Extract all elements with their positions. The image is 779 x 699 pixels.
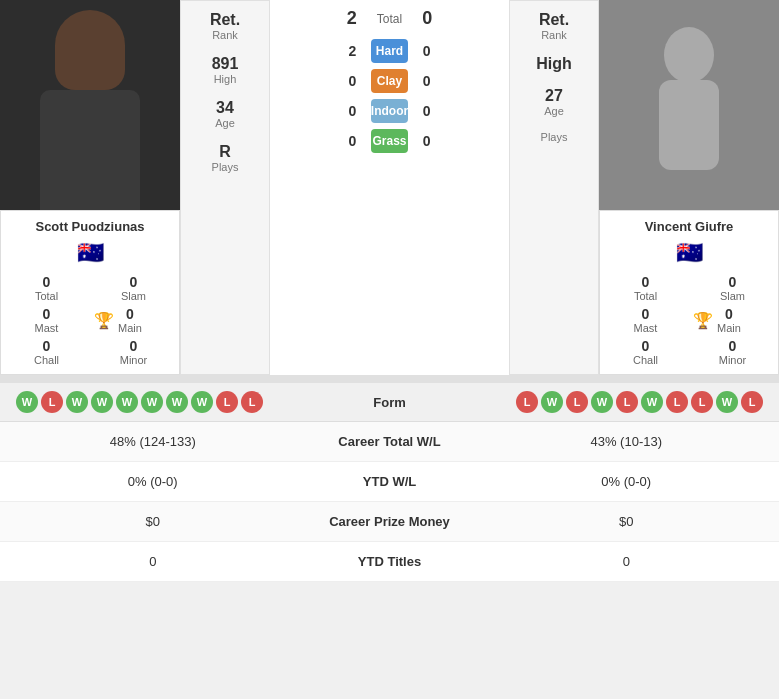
- left-trophy-main-block: 🏆 0 Main: [94, 306, 173, 334]
- right-minor-block: 0 Minor: [693, 338, 772, 366]
- surface-left-val: 0: [340, 73, 365, 89]
- right-high-block: High: [536, 55, 572, 73]
- left-chall-label: Chall: [34, 354, 59, 366]
- right-slam-value: 0: [729, 274, 737, 290]
- left-chall-block: 0 Chall: [7, 338, 86, 366]
- form-badge-right: L: [691, 391, 713, 413]
- left-player-info-panel: Scott Puodziunas 🇦🇺 0 Total 0 Slam 0 Mas…: [0, 210, 180, 375]
- left-slam-block: 0 Slam: [94, 274, 173, 302]
- right-age-block: 27 Age: [544, 87, 564, 117]
- left-slam-value: 0: [130, 274, 138, 290]
- left-chall-value: 0: [43, 338, 51, 354]
- stat-label: YTD W/L: [290, 474, 490, 489]
- left-player-stats: 0 Total 0 Slam 0 Mast 🏆 0: [7, 274, 173, 366]
- stat-left-value: 0% (0-0): [16, 474, 290, 489]
- right-player-silhouette: [649, 25, 729, 185]
- page-container: Scott Puodziunas 🇦🇺 0 Total 0 Slam 0 Mas…: [0, 0, 779, 582]
- left-stat-panel: Ret. Rank 891 High 34 Age R Plays: [180, 0, 270, 375]
- surface-right-val: 0: [414, 73, 439, 89]
- right-mast-block: 0 Mast: [606, 306, 685, 334]
- left-player-image: [0, 0, 180, 210]
- form-badge-left: L: [241, 391, 263, 413]
- form-label: Form: [340, 395, 440, 410]
- right-rank-block: Ret. Rank: [539, 11, 569, 41]
- right-player-stats: 0 Total 0 Slam 0 Mast 🏆 0: [606, 274, 772, 366]
- right-stat-panel: Ret. Rank High 27 Age Plays: [509, 0, 599, 375]
- right-trophy-icon: 🏆: [693, 311, 713, 330]
- surface-badge: Indoor: [371, 99, 408, 123]
- form-bar: WLWWWWWWLL Form LWLWLWLLWL: [0, 383, 779, 422]
- surface-right-val: 0: [414, 43, 439, 59]
- form-badge-left: W: [191, 391, 213, 413]
- left-high-label: High: [212, 73, 239, 85]
- section-divider-1: [0, 375, 779, 383]
- stat-right-value: 0: [490, 554, 764, 569]
- surface-badge: Clay: [371, 69, 408, 93]
- right-slam-label: Slam: [720, 290, 745, 302]
- left-player-side: Scott Puodziunas 🇦🇺 0 Total 0 Slam 0 Mas…: [0, 0, 180, 375]
- player-comparison-top: Scott Puodziunas 🇦🇺 0 Total 0 Slam 0 Mas…: [0, 0, 779, 375]
- form-badge-right: W: [541, 391, 563, 413]
- form-badge-left: W: [16, 391, 38, 413]
- left-age-block: 34 Age: [215, 99, 235, 129]
- left-total-block: 0 Total: [7, 274, 86, 302]
- center-composite: Ret. Rank 891 High 34 Age R Plays: [180, 0, 599, 375]
- surface-badge: Grass: [371, 129, 408, 153]
- right-plays-label: Plays: [541, 131, 568, 143]
- right-slam-block: 0 Slam: [693, 274, 772, 302]
- right-main-block: 0 Main: [717, 306, 741, 334]
- left-minor-block: 0 Minor: [94, 338, 173, 366]
- svg-point-0: [664, 27, 714, 83]
- right-mast-label: Mast: [634, 322, 658, 334]
- right-chall-value: 0: [642, 338, 650, 354]
- form-badge-right: W: [641, 391, 663, 413]
- left-age-label: Age: [215, 117, 235, 129]
- form-badge-left: W: [91, 391, 113, 413]
- form-badge-right: L: [566, 391, 588, 413]
- stats-row: 0% (0-0) YTD W/L 0% (0-0): [0, 462, 779, 502]
- left-main-label: Main: [118, 322, 142, 334]
- total-left-value: 2: [337, 8, 367, 29]
- left-minor-value: 0: [130, 338, 138, 354]
- left-high-value: 891: [212, 55, 239, 73]
- stat-right-value: 0% (0-0): [490, 474, 764, 489]
- svg-rect-1: [659, 80, 719, 170]
- stat-left-value: 0: [16, 554, 290, 569]
- right-chall-block: 0 Chall: [606, 338, 685, 366]
- left-total-label: Total: [35, 290, 58, 302]
- left-player-photo: [0, 0, 180, 210]
- form-badge-left: W: [66, 391, 88, 413]
- stats-row: 48% (124-133) Career Total W/L 43% (10-1…: [0, 422, 779, 462]
- right-rank-value: Ret.: [539, 11, 569, 29]
- left-trophy-icon: 🏆: [94, 311, 114, 330]
- right-age-label: Age: [544, 105, 564, 117]
- left-plays-block: R Plays: [212, 143, 239, 173]
- compare-total-row: 2 Total 0: [337, 8, 442, 29]
- left-player-flag: 🇦🇺: [77, 240, 104, 266]
- stat-label: YTD Titles: [290, 554, 490, 569]
- right-high-value: High: [536, 55, 572, 73]
- left-main-block: 0 Main: [118, 306, 142, 334]
- surface-comparison-rows: 2 Hard 0 0 Clay 0 0 Indoor 0 0 Grass 0: [340, 39, 439, 159]
- stats-table: 48% (124-133) Career Total W/L 43% (10-1…: [0, 422, 779, 582]
- right-player-info-panel: Vincent Giufre 🇦🇺 0 Total 0 Slam 0 Mast: [599, 210, 779, 375]
- surface-row-clay: 0 Clay 0: [340, 69, 439, 93]
- form-badge-left: L: [41, 391, 63, 413]
- left-player-name: Scott Puodziunas: [35, 219, 144, 234]
- form-badge-left: W: [166, 391, 188, 413]
- right-player-name: Vincent Giufre: [645, 219, 734, 234]
- stat-left-value: 48% (124-133): [16, 434, 290, 449]
- form-badge-right: L: [666, 391, 688, 413]
- stat-label: Career Total W/L: [290, 434, 490, 449]
- stat-right-value: $0: [490, 514, 764, 529]
- right-rank-label: Rank: [539, 29, 569, 41]
- stats-row: 0 YTD Titles 0: [0, 542, 779, 582]
- left-mast-label: Mast: [35, 322, 59, 334]
- left-slam-label: Slam: [121, 290, 146, 302]
- left-rank-value: Ret.: [210, 11, 240, 29]
- surface-right-val: 0: [414, 133, 439, 149]
- form-badge-right: L: [516, 391, 538, 413]
- right-plays-block: Plays: [541, 131, 568, 143]
- form-badge-left: L: [216, 391, 238, 413]
- left-minor-label: Minor: [120, 354, 148, 366]
